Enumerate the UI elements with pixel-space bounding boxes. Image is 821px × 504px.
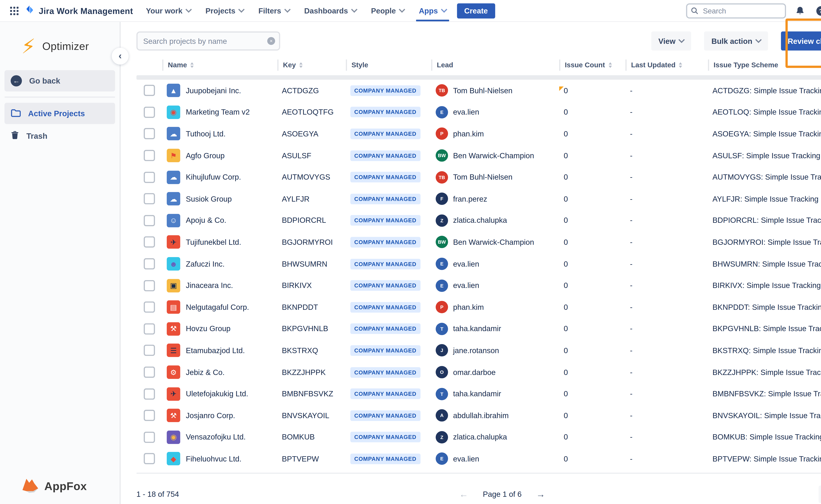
- nav-item-dashboards[interactable]: Dashboards: [297, 0, 364, 21]
- nav-item-apps[interactable]: Apps: [412, 0, 454, 21]
- row-checkbox[interactable]: [144, 258, 155, 269]
- chevron-down-icon: [441, 6, 447, 13]
- style-cell: COMPANY MANAGED: [346, 85, 431, 96]
- row-checkbox[interactable]: [144, 172, 155, 183]
- row-checkbox[interactable]: [144, 215, 155, 226]
- project-name[interactable]: Jebiz & Co.: [186, 368, 225, 376]
- appfox-brand: AppFox: [21, 477, 87, 496]
- style-badge: COMPANY MANAGED: [350, 388, 420, 399]
- project-name[interactable]: Kihujlufuw Corp.: [186, 173, 241, 181]
- issue-count: 0: [559, 303, 625, 311]
- project-name[interactable]: Etamubazjod Ltd.: [186, 346, 245, 355]
- project-key: BKPGVHNLB: [277, 325, 346, 333]
- project-name[interactable]: Zafuczi Inc.: [186, 260, 225, 268]
- bulk-action-dropdown[interactable]: Bulk action: [704, 31, 768, 50]
- project-key: BNVSKAYOIL: [277, 411, 346, 420]
- project-name[interactable]: Fiheluohvuc Ltd.: [186, 455, 242, 463]
- view-dropdown[interactable]: View: [651, 31, 691, 50]
- lead-cell: Eeva.lien: [431, 106, 559, 118]
- project-name[interactable]: Susiok Group: [186, 195, 232, 203]
- next-page-arrow[interactable]: →: [536, 489, 545, 500]
- create-button[interactable]: Create: [457, 3, 495, 18]
- prev-page-arrow[interactable]: ←: [459, 489, 468, 500]
- row-checkbox[interactable]: [144, 302, 155, 313]
- row-checkbox[interactable]: [144, 453, 155, 464]
- notifications-bell-icon[interactable]: [793, 4, 807, 17]
- checkbox-cell: [136, 367, 162, 378]
- lead-avatar: T: [436, 388, 448, 400]
- project-name[interactable]: Tujifunekbel Ltd.: [186, 238, 241, 246]
- row-checkbox[interactable]: [144, 85, 155, 96]
- help-icon[interactable]: ?: [814, 4, 821, 17]
- project-name[interactable]: Agfo Group: [186, 151, 225, 160]
- lead-name: zlatica.chalupka: [453, 433, 507, 441]
- sidebar-item-go-back[interactable]: ← Go back: [4, 70, 115, 91]
- nav-item-your-work[interactable]: Your work: [139, 0, 198, 21]
- project-name[interactable]: Nelgutagaful Corp.: [186, 303, 249, 311]
- row-checkbox[interactable]: [144, 193, 155, 204]
- issue-count: 0: [559, 86, 625, 95]
- row-checkbox[interactable]: [144, 150, 155, 161]
- nav-item-projects[interactable]: Projects: [198, 0, 251, 21]
- column-header-key[interactable]: Key: [277, 59, 346, 71]
- chevron-down-icon: [399, 6, 405, 13]
- project-avatar-icon: ✈: [167, 387, 180, 401]
- global-search-input[interactable]: [686, 3, 786, 18]
- export-button[interactable]: Export: [819, 486, 821, 503]
- column-header-name[interactable]: Name: [162, 59, 277, 71]
- project-name[interactable]: Tuthooj Ltd.: [186, 130, 226, 138]
- table-row: ◉Vensazofojku Ltd.BOMKUBCOMPANY MANAGEDZ…: [136, 426, 821, 448]
- nav-item-filters[interactable]: Filters: [251, 0, 297, 21]
- style-badge: COMPANY MANAGED: [350, 194, 420, 204]
- name-cell: ⚑Agfo Group: [162, 149, 277, 162]
- sidebar-item-trash[interactable]: Trash: [4, 125, 115, 146]
- nav-item-people[interactable]: People: [364, 0, 412, 21]
- projects-table: ▲Juupobejani Inc.ACTDGZGCOMPANY MANAGEDT…: [136, 80, 821, 470]
- lead-cell: Oomar.darboe: [431, 366, 559, 378]
- row-checkbox[interactable]: [144, 128, 155, 139]
- style-cell: COMPANY MANAGED: [346, 324, 431, 334]
- table-row: ☺Apoju & Co.BDPIORCRLCOMPANY MANAGEDZzla…: [136, 210, 821, 231]
- column-header-issue-count[interactable]: Issue Count: [559, 59, 625, 71]
- style-badge: COMPANY MANAGED: [350, 107, 420, 118]
- table-row: ☁Tuthooj Ltd.ASOEGYACOMPANY MANAGEDPphan…: [136, 123, 821, 145]
- row-checkbox[interactable]: [144, 345, 155, 356]
- project-name[interactable]: Juupobejani Inc.: [186, 86, 241, 95]
- sort-icon[interactable]: [190, 62, 194, 68]
- project-name[interactable]: Vensazofojku Ltd.: [186, 433, 246, 441]
- project-name[interactable]: Hovzu Group: [186, 325, 231, 333]
- name-cell: ⚙Jebiz & Co.: [162, 365, 277, 379]
- chevron-down-icon: [284, 6, 291, 13]
- column-header-last-updated[interactable]: Last Updated: [625, 59, 708, 71]
- issue-type-scheme: BKZZJHPPK: Simple Issue Trackin...: [708, 368, 821, 376]
- project-name[interactable]: Marketing Team v2: [186, 108, 250, 116]
- sort-icon[interactable]: [608, 62, 612, 68]
- app-switcher-icon[interactable]: [7, 3, 21, 18]
- sidebar-item-active-projects[interactable]: Active Projects: [4, 103, 115, 124]
- sidebar-collapse-button[interactable]: ‹: [112, 48, 129, 65]
- table-row: ✈Tujifunekbel Ltd.BGJORMYROICOMPANY MANA…: [136, 231, 821, 253]
- row-checkbox[interactable]: [144, 237, 155, 248]
- row-checkbox[interactable]: [144, 388, 155, 399]
- row-checkbox[interactable]: [144, 367, 155, 378]
- project-name[interactable]: Josjanro Corp.: [186, 411, 235, 420]
- row-checkbox[interactable]: [144, 323, 155, 334]
- style-cell: COMPANY MANAGED: [346, 453, 431, 464]
- row-checkbox[interactable]: [144, 410, 155, 421]
- issue-count: 0: [559, 368, 625, 376]
- project-name[interactable]: Uletefojakukig Ltd.: [186, 390, 248, 398]
- row-checkbox[interactable]: [144, 107, 155, 118]
- jira-brand[interactable]: Jira Work Management: [25, 4, 133, 17]
- row-checkbox[interactable]: [144, 432, 155, 443]
- sort-icon[interactable]: [299, 62, 303, 68]
- style-badge: COMPANY MANAGED: [350, 129, 420, 139]
- project-search-input[interactable]: [136, 31, 280, 50]
- project-name[interactable]: Jinaceara Inc.: [186, 281, 233, 290]
- project-name[interactable]: Apoju & Co.: [186, 216, 226, 225]
- clear-search-icon[interactable]: ×: [267, 37, 275, 45]
- row-checkbox[interactable]: [144, 280, 155, 291]
- review-changes-button[interactable]: Review changes 1: [781, 31, 821, 50]
- lead-name: omar.darboe: [453, 368, 496, 376]
- sort-icon[interactable]: [679, 62, 682, 68]
- issue-count: 0: [559, 260, 625, 268]
